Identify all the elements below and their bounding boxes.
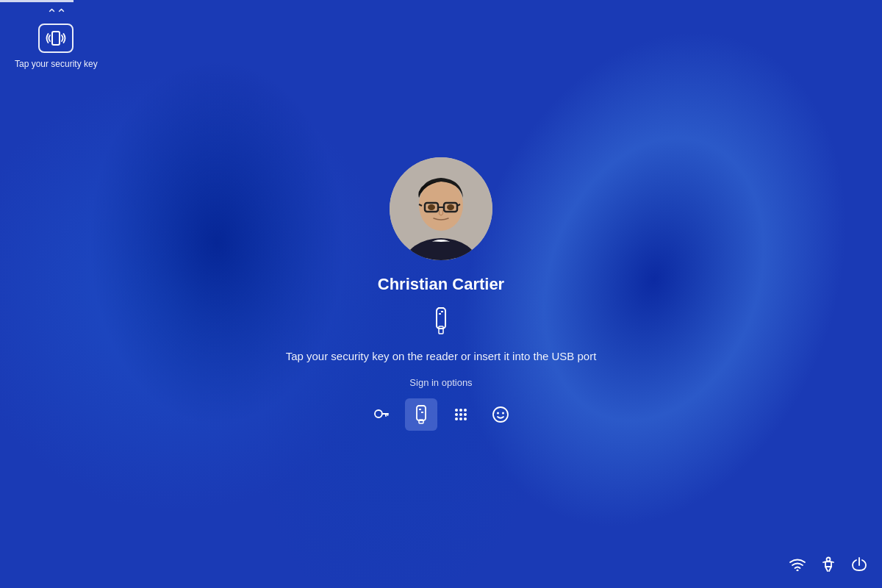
- security-key-box: [38, 24, 74, 53]
- usb-key-small-icon: [414, 405, 429, 424]
- svg-point-29: [464, 413, 467, 416]
- user-name: Christian Cartier: [378, 275, 504, 294]
- svg-rect-0: [52, 32, 60, 45]
- key-icon: [373, 406, 390, 423]
- security-key-indicator: ⌃⌃ Tap your security key: [0, 0, 112, 76]
- power-icon: [851, 556, 867, 573]
- svg-point-16: [375, 410, 382, 417]
- power-button[interactable]: [851, 556, 867, 576]
- avatar: [390, 157, 492, 260]
- svg-point-36: [797, 570, 799, 572]
- svg-rect-23: [421, 412, 423, 413]
- sign-in-options-label: Sign in options: [409, 377, 472, 388]
- wifi-icon: [789, 558, 806, 571]
- svg-point-27: [455, 413, 458, 416]
- avatar-image: [390, 157, 492, 260]
- system-icons: [789, 556, 867, 576]
- wifi-button[interactable]: [789, 558, 806, 575]
- nfc-icon: [46, 29, 66, 48]
- svg-rect-22: [419, 409, 421, 410]
- svg-rect-15: [441, 311, 443, 312]
- svg-point-11: [447, 204, 454, 210]
- svg-point-25: [459, 409, 462, 412]
- instruction-text: Tap your security key on the reader or i…: [286, 350, 597, 362]
- accessibility-icon: [820, 556, 836, 573]
- svg-rect-13: [439, 326, 443, 334]
- login-panel: Christian Cartier Tap your security key …: [286, 157, 597, 431]
- svg-rect-14: [439, 313, 441, 315]
- chevron-up-icon: ⌃⌃: [46, 7, 65, 21]
- accessibility-button[interactable]: [820, 556, 836, 576]
- svg-point-32: [464, 417, 467, 420]
- svg-rect-21: [419, 420, 423, 423]
- svg-point-34: [497, 412, 499, 415]
- svg-point-35: [502, 412, 504, 415]
- progress-bar: [0, 0, 74, 2]
- face-option-button[interactable]: [484, 398, 517, 431]
- svg-point-33: [493, 407, 508, 422]
- svg-point-28: [459, 413, 462, 416]
- svg-point-24: [455, 409, 458, 412]
- svg-point-31: [459, 417, 462, 420]
- security-key-option-button[interactable]: [405, 398, 437, 431]
- face-icon: [492, 406, 509, 423]
- svg-point-26: [464, 409, 467, 412]
- sign-in-options: [365, 398, 517, 431]
- tap-security-key-label: Tap your security key: [15, 59, 98, 69]
- svg-rect-20: [417, 406, 426, 420]
- password-option-button[interactable]: [365, 398, 398, 431]
- svg-point-37: [827, 558, 831, 562]
- usb-key-icon: [429, 307, 453, 338]
- svg-point-30: [455, 417, 458, 420]
- svg-rect-12: [437, 308, 445, 329]
- pin-option-button[interactable]: [445, 398, 477, 431]
- svg-point-10: [428, 204, 435, 210]
- pin-icon: [453, 406, 469, 423]
